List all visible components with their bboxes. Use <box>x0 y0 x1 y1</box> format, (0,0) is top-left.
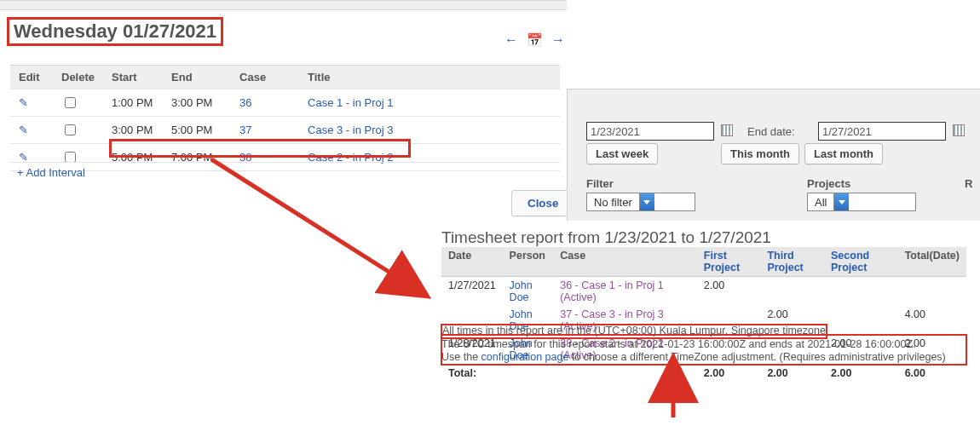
filter-select[interactable]: No filter <box>586 193 695 211</box>
hdr-start: Start <box>103 66 163 89</box>
delete-checkbox[interactable] <box>65 97 76 108</box>
interval-row: ✎ 1:00 PM 3:00 PM 36 Case 1 - in Proj 1 <box>10 89 560 117</box>
report-header-row: Date Person Case First Project Third Pro… <box>441 247 966 277</box>
hdr-total: Total(Date) <box>898 247 966 277</box>
total-p3: 2.00 <box>824 365 898 383</box>
cell-date: 1/27/2021 <box>441 277 503 307</box>
total-p2: 2.00 <box>760 365 824 383</box>
delete-checkbox[interactable] <box>65 124 76 135</box>
projects-label: Projects <box>807 177 850 190</box>
hdr-edit: Edit <box>10 66 53 89</box>
cell-start: 1:00 PM <box>103 89 163 117</box>
total-p1: 2.00 <box>697 365 761 383</box>
add-interval-button[interactable]: + Add Interval <box>10 162 560 182</box>
case-link[interactable]: 36 - Case 1 - in Proj 1 (Active) <box>560 279 664 303</box>
hdr-delete: Delete <box>53 66 103 89</box>
cell-p2 <box>760 277 824 307</box>
cell-p3 <box>824 277 898 307</box>
hdr-second-project[interactable]: Second Project <box>824 247 898 277</box>
day-title: Wednesday 01/27/2021 <box>9 19 222 44</box>
edit-pencil-icon[interactable]: ✎ <box>19 96 28 109</box>
hdr-date: Date <box>441 247 503 277</box>
filter-value: No filter <box>587 196 639 209</box>
hdr-end: End <box>163 66 231 89</box>
title-link[interactable]: Case 3 - in Proj 3 <box>308 124 393 136</box>
hdr-person: Person <box>503 247 554 277</box>
projects-value: All <box>808 196 833 209</box>
calendar-icon[interactable] <box>953 124 965 136</box>
hdr-title: Title <box>299 66 560 89</box>
timezone-note: All times in this report are in the (UTC… <box>441 325 970 365</box>
date-nav: ← 📅 → <box>504 32 565 48</box>
title-link[interactable]: Case 1 - in Proj 1 <box>308 96 393 109</box>
cell-total <box>898 277 966 307</box>
this-month-button[interactable]: This month <box>721 143 799 164</box>
prev-day-icon[interactable]: ← <box>504 32 518 48</box>
calendar-icon[interactable] <box>721 124 733 136</box>
filter-label: Filter <box>586 177 614 190</box>
start-date-input[interactable] <box>586 122 714 141</box>
projects-select[interactable]: All <box>807 193 916 211</box>
close-button[interactable]: Close <box>511 190 574 216</box>
end-date-input[interactable] <box>818 122 946 141</box>
chevron-down-icon <box>833 193 849 210</box>
edit-pencil-icon[interactable]: ✎ <box>19 124 28 136</box>
cell-start: 3:00 PM <box>103 117 163 144</box>
timezone-line3c: to choose a different TimeZone adjustmen… <box>568 351 945 363</box>
person-link[interactable]: John Doe <box>510 279 533 303</box>
top-gray-bar <box>0 0 567 10</box>
total-all: 6.00 <box>898 365 966 383</box>
report-row: 1/27/2021 John Doe 36 - Case 1 - in Proj… <box>441 277 966 307</box>
last-month-button[interactable]: Last month <box>804 143 883 164</box>
end-date-label: End date: <box>747 125 795 138</box>
last-week-button[interactable]: Last week <box>586 143 658 164</box>
report-title: Timesheet report from 1/23/2021 to 1/27/… <box>441 228 771 247</box>
case-link[interactable]: 37 <box>239 124 251 136</box>
timezone-line1: All times in this report are in the (UTC… <box>441 325 827 338</box>
interval-row: ✎ 3:00 PM 5:00 PM 37 Case 3 - in Proj 3 <box>10 117 560 144</box>
calendar-icon[interactable]: 📅 <box>527 32 543 48</box>
hdr-first-project[interactable]: First Project <box>697 247 761 277</box>
configuration-page-link[interactable]: configuration page <box>481 351 569 363</box>
cell-end: 3:00 PM <box>163 89 231 117</box>
intervals-header-row: Edit Delete Start End Case Title <box>10 66 560 89</box>
next-day-icon[interactable]: → <box>551 32 565 48</box>
timezone-line2: The UTC timespan for this report starts … <box>441 338 916 350</box>
case-link[interactable]: 36 <box>239 96 251 109</box>
report-total-row: Total: 2.00 2.00 2.00 6.00 <box>441 365 966 383</box>
hdr-case: Case <box>231 66 299 89</box>
hdr-third-project[interactable]: Third Project <box>760 247 824 277</box>
chevron-down-icon <box>639 193 654 210</box>
timezone-line3a: Use the <box>441 351 481 363</box>
intervals-table: Edit Delete Start End Case Title ✎ 1:00 … <box>10 65 560 171</box>
total-label: Total: <box>441 365 697 383</box>
right-extra-label: R <box>965 177 972 190</box>
hdr-case: Case <box>553 247 697 277</box>
cell-p1: 2.00 <box>697 277 761 307</box>
cell-end: 5:00 PM <box>163 117 231 144</box>
